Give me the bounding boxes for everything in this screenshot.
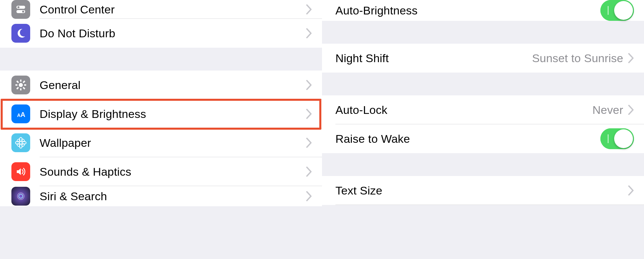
- svg-point-4: [19, 83, 23, 87]
- sidebar-item-general[interactable]: General: [0, 71, 322, 99]
- auto-brightness-toggle[interactable]: [600, 0, 634, 21]
- group-separator: [322, 153, 644, 176]
- svg-text:A: A: [20, 111, 25, 118]
- svg-point-1: [17, 6, 19, 8]
- chevron-right-icon: [306, 4, 312, 14]
- chevron-right-icon: [628, 53, 634, 63]
- sidebar-item-siri-search[interactable]: Siri & Search: [0, 186, 322, 206]
- cell-value: Never: [592, 103, 623, 117]
- cell-label: General: [40, 79, 306, 92]
- chevron-right-icon: [306, 109, 312, 119]
- speaker-icon: [11, 162, 30, 181]
- settings-group-2: General AA Display & Brightness Wallpape…: [0, 71, 322, 206]
- gear-icon: [11, 76, 30, 94]
- cell-label: Display & Brightness: [40, 107, 306, 121]
- raise-to-wake-toggle[interactable]: [600, 128, 634, 149]
- settings-root-panel: Control Center Do Not Disturb General: [0, 0, 322, 259]
- svg-line-12: [23, 81, 25, 83]
- group-separator: [322, 73, 644, 95]
- row-night-shift[interactable]: Night Shift Sunset to Sunrise: [322, 44, 644, 73]
- cell-label: Auto-Brightness: [335, 4, 600, 17]
- group-separator: [0, 48, 322, 71]
- cell-label: Night Shift: [335, 52, 532, 65]
- flower-icon: [11, 133, 30, 152]
- cell-label: Control Center: [40, 3, 306, 16]
- display-brightness-panel: Auto-Brightness Night Shift Sunset to Su…: [322, 0, 644, 259]
- cell-label: Sounds & Haptics: [40, 165, 306, 178]
- chevron-right-icon: [306, 28, 312, 38]
- cell-label: Text Size: [335, 184, 628, 197]
- row-text-size[interactable]: Text Size: [322, 176, 644, 205]
- cell-label: Siri & Search: [40, 190, 306, 203]
- svg-line-9: [17, 81, 18, 83]
- cell-label: Auto-Lock: [335, 103, 592, 117]
- sidebar-item-display-brightness[interactable]: AA Display & Brightness: [0, 99, 322, 128]
- text-size-icon: AA: [11, 104, 30, 123]
- svg-point-25: [19, 194, 23, 198]
- row-auto-lock[interactable]: Auto-Lock Never: [322, 95, 644, 124]
- cell-label: Raise to Wake: [335, 132, 600, 145]
- svg-point-3: [22, 11, 24, 13]
- svg-line-11: [17, 87, 18, 89]
- svg-text:A: A: [17, 113, 20, 118]
- moon-icon: [11, 24, 30, 43]
- sidebar-item-do-not-disturb[interactable]: Do Not Disturb: [0, 19, 322, 48]
- row-raise-to-wake[interactable]: Raise to Wake: [322, 124, 644, 153]
- chevron-right-icon: [628, 185, 634, 196]
- control-center-icon: [11, 0, 30, 19]
- sidebar-item-control-center[interactable]: Control Center: [0, 0, 322, 19]
- group-separator: [322, 21, 644, 44]
- svg-line-10: [23, 87, 25, 89]
- svg-point-15: [19, 141, 22, 144]
- chevron-right-icon: [306, 138, 312, 148]
- siri-icon: [11, 187, 30, 206]
- chevron-right-icon: [306, 167, 312, 177]
- chevron-right-icon: [628, 105, 634, 115]
- sidebar-item-wallpaper[interactable]: Wallpaper: [0, 128, 322, 157]
- settings-group-1: Control Center Do Not Disturb: [0, 0, 322, 48]
- cell-value: Sunset to Sunrise: [532, 52, 623, 65]
- sidebar-item-sounds-haptics[interactable]: Sounds & Haptics: [0, 157, 322, 186]
- cell-label: Wallpaper: [40, 136, 306, 149]
- chevron-right-icon: [306, 80, 312, 90]
- cell-label: Do Not Disturb: [40, 27, 306, 40]
- chevron-right-icon: [306, 191, 312, 201]
- row-auto-brightness[interactable]: Auto-Brightness: [322, 0, 644, 21]
